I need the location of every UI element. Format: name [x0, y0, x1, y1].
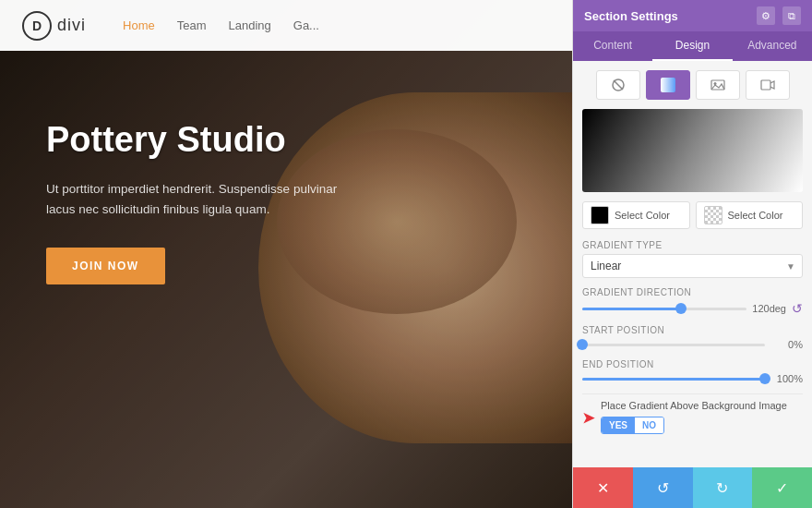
bg-type-video[interactable]: [746, 70, 790, 100]
confirm-button[interactable]: ✓: [752, 467, 812, 508]
cta-button[interactable]: JOIN NOW: [46, 248, 165, 284]
place-gradient-label: Place Gradient Above Background Image: [601, 400, 803, 411]
nav-link-home[interactable]: Home: [123, 18, 155, 32]
end-position-value: 100%: [770, 373, 803, 384]
color-picker-2[interactable]: Select Color: [696, 201, 804, 229]
start-position-slider-row: 0%: [582, 339, 803, 350]
panel-footer: ✕ ↺ ↻ ✓: [573, 467, 812, 508]
end-position-track[interactable]: [582, 378, 765, 381]
svg-line-1: [614, 80, 623, 90]
panel-title: Section Settings: [584, 9, 678, 23]
nav-links: Home Team Landing Ga...: [123, 18, 319, 32]
red-arrow-icon: ➤: [582, 408, 594, 426]
color-label-1: Select Color: [615, 210, 670, 221]
nav-link-landing[interactable]: Landing: [229, 18, 271, 32]
bg-type-gradient[interactable]: [646, 70, 690, 100]
gradient-preview: [582, 109, 803, 192]
panel-tabs: Content Design Advanced: [573, 31, 812, 61]
logo-name: divi: [57, 16, 86, 35]
svg-rect-5: [761, 80, 770, 90]
gradient-direction-reset-icon[interactable]: ↺: [792, 301, 803, 316]
gradient-type-select[interactable]: Linear Radial Conic: [582, 254, 803, 278]
toggle-row: YES NO: [601, 417, 803, 434]
color-picker-1[interactable]: Select Color: [582, 201, 690, 229]
panel-header: Section Settings ⚙ ⧉: [573, 0, 812, 31]
gradient-type-select-wrapper: Linear Radial Conic ▼: [582, 254, 803, 278]
start-position-thumb[interactable]: [577, 339, 588, 350]
nav-link-more[interactable]: Ga...: [293, 18, 319, 32]
navigation-bar: D divi Home Team Landing Ga...: [0, 0, 572, 51]
start-position-track[interactable]: [582, 344, 765, 346]
toggle-yes[interactable]: YES: [602, 417, 635, 433]
start-position-label: Start Position: [582, 325, 803, 335]
cancel-button[interactable]: ✕: [573, 467, 633, 508]
toggle-no[interactable]: NO: [635, 417, 663, 433]
color-label-2: Select Color: [728, 210, 783, 221]
place-gradient-section: ➤ Place Gradient Above Background Image …: [582, 400, 803, 434]
gradient-direction-thumb[interactable]: [675, 303, 687, 314]
gradient-type-group: Gradient Type Linear Radial Conic ▼: [582, 240, 803, 278]
color-pickers-row: Select Color Select Color: [582, 201, 803, 229]
start-position-value: 0%: [770, 339, 803, 350]
tab-design[interactable]: Design: [652, 31, 732, 61]
gradient-type-label: Gradient Type: [582, 240, 803, 250]
gradient-direction-track[interactable]: [582, 308, 746, 310]
website-preview: D divi Home Team Landing Ga... Pottery S…: [0, 0, 572, 508]
gradient-direction-fill: [582, 308, 681, 310]
bg-type-none[interactable]: [596, 70, 640, 100]
end-position-label: End Position: [582, 359, 803, 369]
bg-type-image[interactable]: [696, 70, 740, 100]
logo-icon: D: [22, 11, 52, 41]
color-swatch-2: [704, 206, 722, 224]
settings-panel: Section Settings ⚙ ⧉ Content Design Adva…: [572, 0, 812, 508]
end-position-slider-row: 100%: [582, 373, 803, 384]
svg-rect-2: [661, 78, 675, 92]
tab-content[interactable]: Content: [573, 31, 652, 61]
gradient-direction-label: Gradient Direction: [582, 287, 803, 297]
end-position-fill: [582, 378, 765, 381]
end-position-group: End Position 100%: [582, 359, 803, 384]
end-position-thumb[interactable]: [759, 373, 770, 384]
site-logo: D divi: [22, 11, 86, 41]
nav-link-team[interactable]: Team: [177, 18, 207, 32]
color-swatch-1: [591, 206, 609, 224]
gradient-direction-slider-row: 120deg ↺: [582, 301, 803, 316]
hero-subtitle: Ut porttitor imperdiet hendrerit. Suspen…: [46, 179, 360, 221]
gradient-direction-value: 120deg: [752, 303, 786, 314]
settings-icon-btn[interactable]: ⚙: [757, 6, 775, 25]
gradient-direction-group: Gradient Direction 120deg ↺: [582, 287, 803, 316]
hero-content: Pottery Studio Ut porttitor imperdiet he…: [46, 120, 360, 284]
tab-advanced[interactable]: Advanced: [733, 31, 812, 61]
expand-icon-btn[interactable]: ⧉: [782, 6, 801, 25]
bg-type-icons: [582, 70, 803, 100]
panel-header-icons: ⚙ ⧉: [757, 6, 801, 25]
undo-button[interactable]: ↺: [633, 467, 693, 508]
hero-title: Pottery Studio: [46, 120, 360, 161]
start-position-group: Start Position 0%: [582, 325, 803, 350]
redo-button[interactable]: ↻: [693, 467, 753, 508]
toggle-switch[interactable]: YES NO: [601, 417, 664, 434]
panel-body: Select Color Select Color Gradient Type …: [573, 61, 812, 467]
divider: [582, 393, 803, 394]
